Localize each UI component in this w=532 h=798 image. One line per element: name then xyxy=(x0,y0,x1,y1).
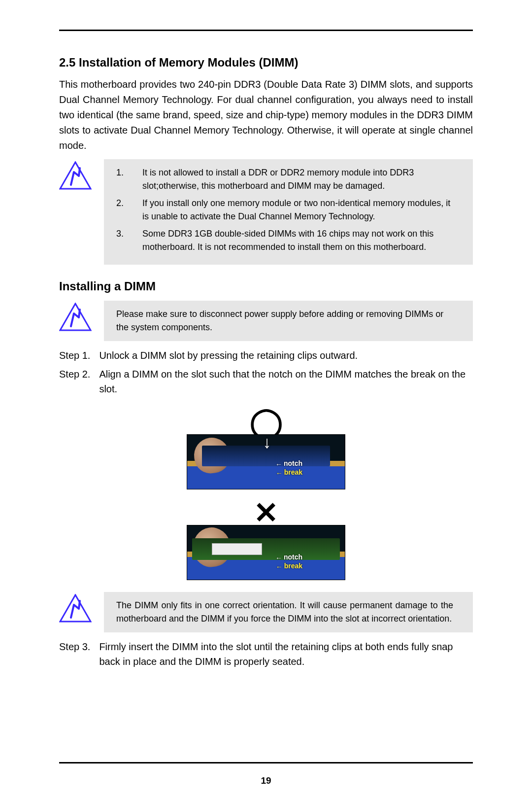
manual-page: 2.5 Installation of Memory Modules (DIMM… xyxy=(0,0,532,798)
caution-item-num: 3. xyxy=(116,227,142,258)
svg-marker-2 xyxy=(60,595,91,622)
page-number: 19 xyxy=(0,775,532,786)
caution-icon xyxy=(59,303,92,331)
step-label: Step 2. xyxy=(59,367,99,400)
step-text: Align a DIMM on the slot such that the n… xyxy=(99,367,473,400)
sub-heading: Installing a DIMM xyxy=(59,279,473,293)
dimm-figure: ◯ ↓ ←notch ←break ✕ ←notch ←break xyxy=(59,408,473,582)
caution-item-num: 1. xyxy=(116,166,142,197)
svg-marker-0 xyxy=(60,162,91,189)
step-label: Step 3. xyxy=(59,639,99,673)
caution-icon xyxy=(59,161,92,190)
step-text: Firmly insert the DIMM into the slot unt… xyxy=(99,639,473,673)
figure-label-notch: ←notch xyxy=(275,459,302,467)
dimm-photo-wrong: ←notch ←break xyxy=(187,525,345,580)
caution-item-text: If you install only one memory module or… xyxy=(142,197,453,227)
svg-marker-1 xyxy=(60,304,91,330)
caution-notice-1: 1. It is not allowed to install a DDR or… xyxy=(59,159,473,265)
figure-label-break: ←break xyxy=(276,468,302,476)
figure-label-notch: ←notch xyxy=(275,553,302,561)
dimm-sticker xyxy=(212,543,262,555)
dimm-photo-correct: ↓ ←notch ←break xyxy=(187,434,345,489)
step-label: Step 1. xyxy=(59,348,99,367)
steps-list-b: Step 3. Firmly insert the DIMM into the … xyxy=(59,639,473,673)
caution-item-num: 2. xyxy=(116,197,142,227)
caution-box-2: Please make sure to disconnect power sup… xyxy=(104,301,473,341)
step-text: Unlock a DIMM slot by pressing the retai… xyxy=(99,348,473,367)
caution-box-1: 1. It is not allowed to install a DDR or… xyxy=(104,159,473,265)
section-heading: 2.5 Installation of Memory Modules (DIMM… xyxy=(59,56,473,69)
dimm-module xyxy=(192,538,340,560)
down-arrow-icon: ↓ xyxy=(263,433,271,452)
caution-notice-2: Please make sure to disconnect power sup… xyxy=(59,301,473,341)
wrong-mark-icon: ✕ xyxy=(254,498,278,528)
bottom-rule xyxy=(59,762,473,763)
caution-item-text: Some DDR3 1GB double-sided DIMMs with 16… xyxy=(142,227,453,258)
caution-box-3: The DIMM only fits in one correct orient… xyxy=(104,592,473,632)
caution-notice-3: The DIMM only fits in one correct orient… xyxy=(59,592,473,632)
steps-list-a: Step 1. Unlock a DIMM slot by pressing t… xyxy=(59,348,473,400)
top-rule xyxy=(59,30,473,31)
intro-paragraph: This motherboard provides two 240-pin DD… xyxy=(59,77,473,153)
caution-list: 1. It is not allowed to install a DDR or… xyxy=(116,166,453,258)
caution-item-text: It is not allowed to install a DDR or DD… xyxy=(142,166,453,197)
figure-label-break: ←break xyxy=(276,562,302,570)
caution-icon xyxy=(59,594,92,623)
